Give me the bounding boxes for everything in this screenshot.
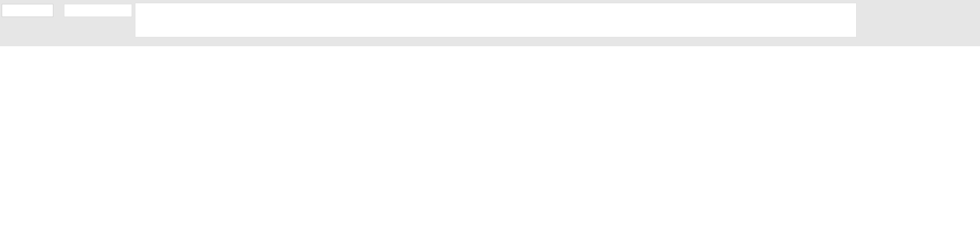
spreadsheet-grid bbox=[0, 46, 980, 229]
name-box[interactable] bbox=[2, 4, 53, 17]
formula-bar-chrome bbox=[0, 0, 980, 46]
formula-buttons bbox=[64, 4, 132, 17]
formula-bar-input[interactable] bbox=[135, 3, 857, 37]
